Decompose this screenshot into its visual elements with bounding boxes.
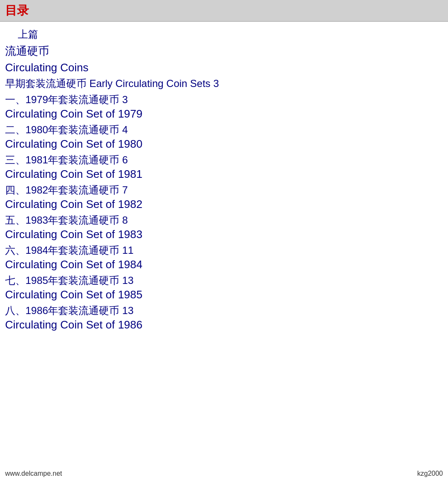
top-section-label: 上篇 [5,28,443,41]
entry-english-1: Circulating Coin Set of 1980 [5,138,443,151]
main-content: 上篇 流通硬币 Circulating Coins 早期套装流通硬币 Early… [0,22,448,337]
entry-chinese-4: 五、1983年套装流通硬币 8 [5,213,443,227]
footer-left: www.delcampe.net [5,470,62,477]
entry-chinese-1: 二、1980年套装流通硬币 4 [5,123,443,137]
entry-chinese-2: 三、1981年套装流通硬币 6 [5,153,443,167]
footer: www.delcampe.net kzg2000 [0,467,448,480]
entry-english-5: Circulating Coin Set of 1984 [5,258,443,271]
early-set-label: 早期套装流通硬币 Early Circulating Coin Sets 3 [5,77,443,90]
english-section-label: Circulating Coins [5,61,443,74]
entry-english-3: Circulating Coin Set of 1982 [5,198,443,211]
entry-chinese-0: 一、1979年套装流通硬币 3 [5,93,443,107]
entry-chinese-6: 七、1985年套装流通硬币 13 [5,274,443,287]
entry-chinese-5: 六、1984年套装流通硬币 11 [5,244,443,257]
entry-chinese-3: 四、1982年套装流通硬币 7 [5,183,443,197]
chinese-section-label: 流通硬币 [5,44,443,59]
entry-chinese-7: 八、1986年套装流通硬币 13 [5,304,443,317]
page-title: 目录 [5,4,29,17]
entry-english-0: Circulating Coin Set of 1979 [5,107,443,121]
header-bar: 目录 [0,0,448,22]
footer-right: kzg2000 [417,470,443,477]
entry-english-2: Circulating Coin Set of 1981 [5,168,443,181]
entry-english-6: Circulating Coin Set of 1985 [5,288,443,301]
entries-list: 一、1979年套装流通硬币 3Circulating Coin Set of 1… [5,93,443,331]
entry-english-4: Circulating Coin Set of 1983 [5,228,443,241]
entry-english-7: Circulating Coin Set of 1986 [5,318,443,331]
